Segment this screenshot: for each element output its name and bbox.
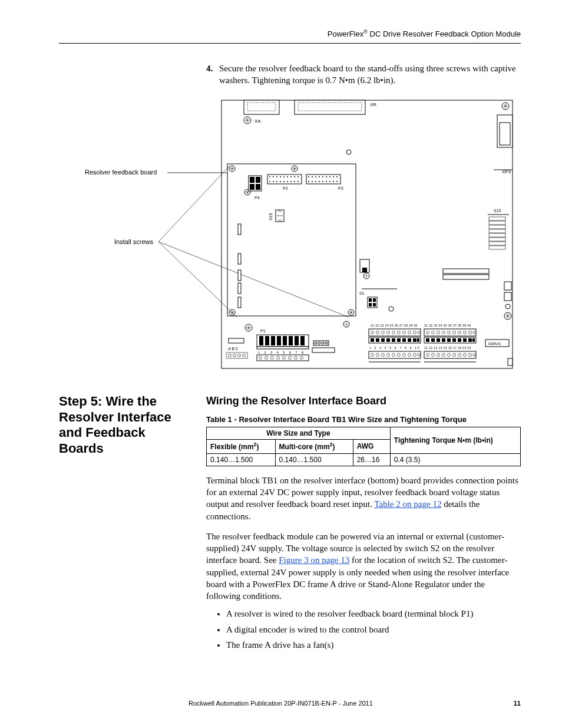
svg-point-48 [319,176,320,177]
svg-rect-165 [417,338,419,342]
svg-point-35 [297,176,299,177]
svg-text:1 2 3 4 5 6 7 8: 1 2 3 4 5 6 7 8 [258,351,305,354]
label-p2: P2 [283,186,288,190]
svg-point-51 [329,176,330,177]
svg-text:1 2 3 4 5 6 7 8 9 10: 1 2 3 4 5 6 7 8 9 10 [369,346,421,350]
svg-rect-104 [259,336,263,345]
svg-rect-22 [256,177,260,183]
svg-rect-82 [489,221,505,225]
label-s15: S15 [494,209,501,213]
svg-rect-90 [443,275,489,279]
svg-rect-109 [289,336,293,345]
svg-point-29 [276,176,277,177]
svg-rect-105 [265,336,269,345]
page-footer: Rockwell Automation Publication 20P-IN07… [59,699,521,708]
svg-point-30 [280,176,281,177]
svg-rect-76 [369,303,372,307]
svg-point-50 [326,176,327,177]
step4-text: Secure the resolver feedback board to th… [219,62,521,87]
svg-point-59 [326,181,327,182]
svg-rect-92 [504,292,511,301]
svg-rect-77 [373,303,376,307]
registered-mark: ® [363,29,368,35]
svg-rect-202 [508,358,513,365]
svg-rect-108 [283,336,287,345]
svg-point-33 [290,176,292,177]
svg-rect-161 [397,338,401,342]
conditions-list: A resolver is wired to the resolver feed… [226,608,521,651]
svg-rect-173 [463,338,467,342]
svg-point-49 [322,176,323,177]
svg-point-38 [276,181,277,182]
svg-rect-157 [376,338,379,342]
footer-publication: Rockwell Automation Publication 20P-IN07… [189,699,373,708]
svg-rect-133 [424,329,476,336]
col-torque: Tightening Torque N•m (lb•in) [390,427,520,453]
svg-rect-74 [369,298,372,302]
list-item: The frame A drive has a fan(s) [226,639,521,651]
step5-para2: The resolver feedback module can be powe… [206,531,521,602]
label-abc: - A B C [226,347,239,351]
svg-rect-25 [267,174,302,184]
label-s1: S1 [359,291,365,295]
svg-point-34 [294,176,295,177]
svg-rect-83 [489,225,505,229]
svg-point-46 [312,176,313,177]
label-p3: P3 [338,186,343,190]
label-debug: DEBUG [488,342,501,345]
svg-point-43 [294,181,295,182]
svg-point-55 [312,181,313,182]
svg-rect-158 [381,338,385,342]
svg-rect-174 [468,338,472,342]
step4-block: 4. Secure the resolver feedback board to… [206,62,521,372]
svg-rect-110 [295,336,299,345]
svg-rect-170 [447,338,451,342]
svg-rect-84 [489,229,505,233]
svg-point-53 [336,176,338,177]
svg-rect-159 [386,338,390,342]
board-diagram: XR XA XP3 Resolver feedback board Instal… [73,94,521,371]
svg-rect-169 [442,338,445,342]
step4-number: 4. [206,62,219,74]
svg-rect-97 [229,338,244,343]
svg-rect-171 [452,338,456,342]
step5-heading: Step 5: Wire the Resolver Interface and … [59,394,189,456]
svg-point-40 [283,181,285,182]
svg-point-41 [287,181,288,182]
svg-rect-67 [238,283,241,294]
label-p1: P1 [260,329,266,333]
svg-rect-107 [277,336,281,345]
svg-rect-178 [369,351,421,358]
col-multicore: Multi-core (mm2) [275,440,353,453]
svg-text:21 22 23 24 25 26 27 28 29 30: 21 22 23 24 25 26 27 28 29 30 [371,324,418,327]
svg-rect-87 [489,242,505,245]
svg-rect-172 [458,338,461,342]
svg-point-62 [336,181,338,182]
link-table2[interactable]: Table 2 on page 12 [374,499,441,509]
svg-rect-85 [489,233,505,237]
svg-rect-106 [271,336,275,345]
list-item: A digital encoder is wired to the contro… [226,624,521,635]
svg-rect-65 [238,253,241,264]
header-product-suffix: DC Drive Resolver Feedback Option Module [368,29,521,38]
svg-rect-23 [250,184,254,190]
svg-rect-111 [300,336,305,345]
table1: Wire Size and Type Tightening Torque N•m… [206,427,521,466]
link-figure3[interactable]: Figure 3 on page 13 [279,555,349,565]
list-item: A resolver is wired to the resolver feed… [226,608,521,620]
svg-rect-89 [443,269,489,274]
svg-point-56 [315,181,316,182]
svg-point-37 [273,181,274,182]
svg-text:11 12 13 14 15 16 17 18 19 20: 11 12 13 14 15 16 17 18 19 20 [424,346,471,350]
label-resolver-board: Resolver feedback board [85,169,157,176]
step5-section: Step 5: Wire the Resolver Interface and … [59,394,521,654]
svg-rect-164 [413,338,416,342]
step5-subheading: Wiring the Resolver Interface Board [206,394,521,408]
svg-rect-81 [489,217,505,220]
svg-point-32 [287,176,288,177]
svg-point-57 [319,181,320,182]
page-number: 11 [514,699,521,708]
label-xr: XR [370,102,376,107]
svg-rect-88 [489,246,505,249]
label-install-screws: Install screws [114,238,154,245]
